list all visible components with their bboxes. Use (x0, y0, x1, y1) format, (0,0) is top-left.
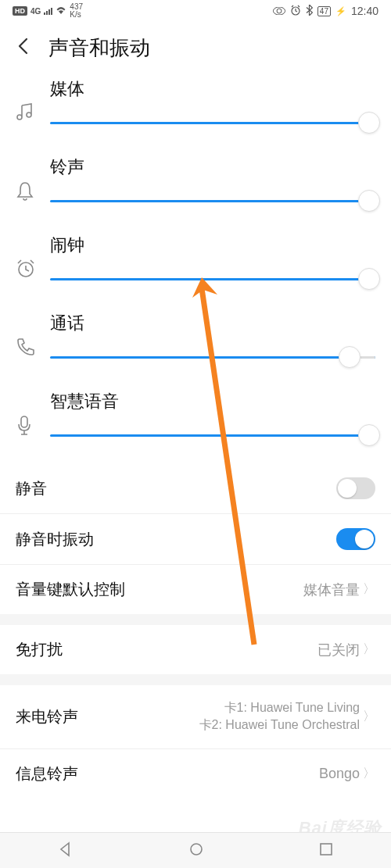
network-speed: 437K/s (70, 3, 83, 19)
eye-icon (273, 5, 285, 17)
alarm-volume-slider[interactable] (50, 268, 375, 290)
slider-label: 铃声 (50, 155, 375, 179)
vibrate-when-mute-setting[interactable]: 静音时振动 (0, 514, 391, 565)
battery-icon: 47 (317, 6, 331, 16)
setting-label: 音量键默认控制 (16, 579, 125, 600)
ringtone-setting[interactable]: 来电铃声 卡1: Huawei Tune Living 卡2: Huawei T… (0, 685, 391, 749)
slider-ringtone: 铃声 (16, 155, 375, 212)
chevron-right-icon: 〉 (363, 641, 375, 658)
svg-rect-2 (21, 416, 27, 427)
section-gap (0, 614, 391, 625)
volume-key-control-setting[interactable]: 音量键默认控制 媒体音量 〉 (0, 565, 391, 614)
svg-point-4 (191, 844, 202, 855)
setting-value: Bongo (319, 766, 360, 782)
vibrate-toggle[interactable] (336, 528, 375, 550)
phone-icon (16, 337, 50, 355)
slider-voice: 智慧语音 (16, 390, 375, 446)
header: 声音和振动 (0, 22, 391, 77)
status-bar: HD 4G 437K/s 47 ⚡ 12:40 (0, 0, 391, 22)
network-type: 4G (30, 7, 41, 16)
system-nav-bar (0, 832, 391, 868)
dnd-setting[interactable]: 免打扰 已关闭 〉 (0, 625, 391, 674)
setting-label: 来电铃声 (16, 706, 78, 727)
nav-home-button[interactable] (188, 841, 204, 860)
setting-value: 已关闭 (317, 641, 360, 659)
chevron-right-icon: 〉 (363, 581, 375, 598)
slider-label: 智慧语音 (50, 390, 375, 413)
mic-icon (16, 415, 50, 437)
wifi-icon (56, 5, 66, 17)
mute-setting[interactable]: 静音 (0, 463, 391, 514)
slider-label: 闹钟 (50, 234, 375, 257)
setting-label: 免打扰 (16, 639, 63, 660)
svg-rect-5 (321, 844, 332, 855)
alarm-icon (290, 5, 301, 18)
ringtone-volume-slider[interactable] (50, 190, 375, 212)
back-button[interactable] (16, 36, 33, 60)
ringtone-sim1: 卡1: Huawei Tune Living (199, 699, 360, 716)
bluetooth-icon (306, 5, 313, 18)
nav-back-button[interactable] (58, 841, 74, 860)
volume-sliders-section: 媒体 铃声 闹钟 (0, 77, 391, 463)
section-gap (0, 674, 391, 685)
alarm-clock-icon (16, 259, 50, 279)
message-tone-setting[interactable]: 信息铃声 Bongo 〉 (0, 749, 391, 798)
setting-label: 信息铃声 (16, 763, 78, 784)
ringtone-sim2: 卡2: Huawei Tune Orchestral (199, 716, 360, 734)
slider-call: 通话 (16, 312, 375, 368)
slider-media: 媒体 (16, 77, 375, 134)
charging-icon: ⚡ (335, 6, 346, 16)
slider-label: 通话 (50, 312, 375, 335)
nav-recent-button[interactable] (319, 842, 333, 859)
mute-toggle[interactable] (336, 477, 375, 499)
bell-icon (16, 180, 50, 201)
media-volume-slider[interactable] (50, 112, 375, 134)
chevron-right-icon: 〉 (363, 708, 375, 725)
chevron-right-icon: 〉 (363, 766, 375, 782)
slider-label: 媒体 (50, 77, 375, 101)
status-right: 47 ⚡ 12:40 (273, 5, 378, 18)
clock-time: 12:40 (351, 5, 378, 17)
hd-badge: HD (13, 6, 27, 16)
music-icon (16, 102, 50, 123)
setting-label: 静音 (16, 478, 47, 499)
setting-value: 媒体音量 (303, 580, 360, 599)
page-title: 声音和振动 (48, 34, 150, 62)
status-left: HD 4G 437K/s (13, 3, 83, 19)
setting-label: 静音时振动 (16, 529, 94, 550)
call-volume-slider[interactable] (50, 346, 375, 368)
signal-icon (44, 7, 52, 15)
voice-volume-slider[interactable] (50, 424, 375, 446)
slider-alarm: 闹钟 (16, 234, 375, 290)
